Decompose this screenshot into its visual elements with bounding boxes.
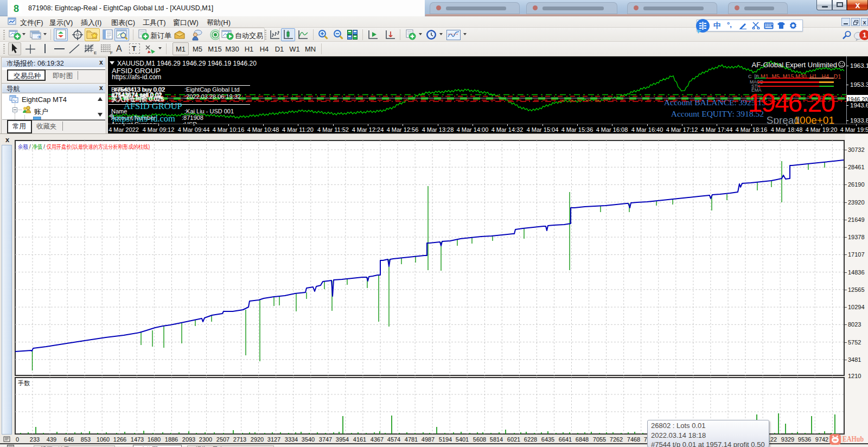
svg-text:x: x xyxy=(863,19,866,25)
svg-text:x: x xyxy=(856,1,860,9)
svg-text:8: 8 xyxy=(14,3,19,14)
svg-text:F: F xyxy=(110,50,113,55)
svg-text:E: E xyxy=(94,50,97,55)
